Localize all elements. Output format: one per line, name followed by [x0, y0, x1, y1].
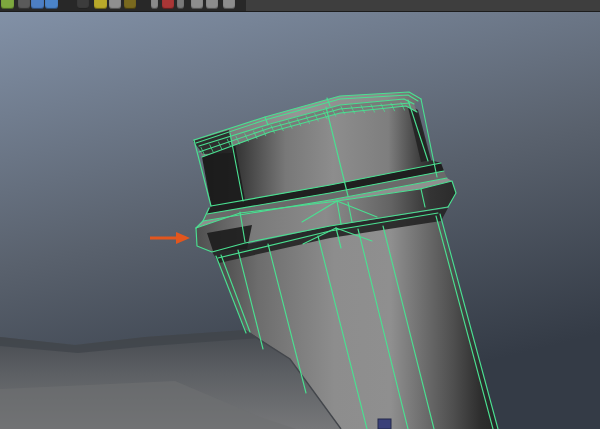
render-sphere-olive-icon[interactable] — [124, 0, 136, 9]
diamond-dark-icon[interactable] — [77, 0, 89, 9]
shelf-toolbar-icon-strip — [0, 0, 246, 11]
snap-grid-icon[interactable] — [1, 0, 14, 9]
clipped-bottom-marker — [378, 419, 391, 429]
render-sphere-yellow-icon[interactable] — [94, 0, 107, 9]
tool-blue-sphere-icon[interactable] — [45, 0, 58, 9]
square-tool-icon[interactable] — [206, 0, 218, 9]
tool-blue-box-icon[interactable] — [31, 0, 44, 9]
clip-tool-icon[interactable] — [223, 0, 235, 9]
tool-sphere-dark-icon[interactable] — [18, 0, 30, 9]
round-tool-icon[interactable] — [191, 0, 203, 9]
shelf-toolbar — [0, 0, 600, 12]
narrow-tool-icon[interactable] — [177, 0, 184, 9]
3d-viewport[interactable] — [0, 0, 600, 429]
small-tool-icon[interactable] — [151, 0, 158, 9]
red-badge-icon[interactable] — [162, 0, 174, 9]
app-window — [0, 0, 600, 429]
render-sphere-gray-icon[interactable] — [109, 0, 121, 9]
